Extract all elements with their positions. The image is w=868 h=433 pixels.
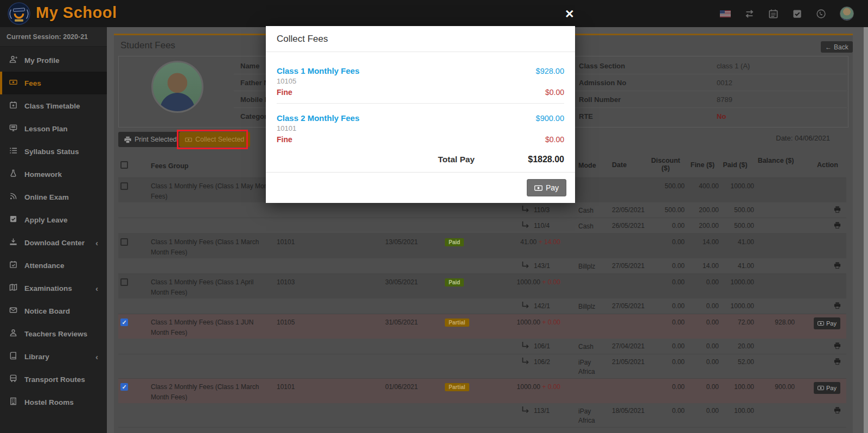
us-flag-icon[interactable]: [720, 10, 731, 17]
back-arrow-icon: ←: [825, 43, 832, 51]
modal-fee-amount: $928.00: [536, 67, 564, 75]
collect-selected-button[interactable]: Collect Selected: [179, 132, 250, 147]
deposit-invoice-id: 142/1: [534, 302, 550, 310]
whatsapp-icon[interactable]: [816, 9, 826, 19]
sidebar-item-hostel-rooms[interactable]: Hostel Rooms: [0, 391, 107, 413]
print-selected-button[interactable]: Print Selected: [118, 132, 183, 147]
info-right-value: No: [717, 112, 726, 120]
modal-close-icon[interactable]: ✕: [565, 8, 575, 20]
row-checkbox[interactable]: ✓: [120, 383, 128, 391]
page-scrollbar[interactable]: [864, 27, 868, 433]
swap-icon[interactable]: [744, 9, 755, 19]
sidebar-item-label: Attendance: [24, 262, 65, 270]
sidebar-item-teachers-reviews[interactable]: Teachers Reviews: [0, 322, 107, 345]
amount-fine-part: + 0.00: [542, 319, 560, 326]
sidebar-item-lesson-plan[interactable]: Lesson Plan: [0, 117, 107, 140]
fee-group-name: Class 1 Monthly Fees (Class 1 April Mont…: [151, 277, 273, 297]
sidebar-item-fees[interactable]: Fees: [0, 72, 107, 94]
sidebar-item-online-exam[interactable]: Online Exam: [0, 186, 107, 208]
modal-pay-button[interactable]: Pay: [527, 179, 566, 196]
deposit-date: 21/05/2021: [612, 358, 644, 366]
sidebar-item-class-timetable[interactable]: Class Timetable: [0, 94, 107, 117]
modal-fee-block: Class 1 Monthly Fees$928.0010105Fine$0.0…: [277, 56, 564, 104]
info-right-label: Admission No: [579, 79, 626, 87]
info-right-label: RTE: [579, 112, 593, 120]
select-all-checkbox[interactable]: [120, 161, 128, 169]
modal-fee-name[interactable]: Class 2 Monthly Fees: [277, 113, 360, 123]
sidebar-item-apply-leave[interactable]: Apply Leave: [0, 208, 107, 231]
sidebar-item-homework[interactable]: Homework: [0, 163, 107, 186]
deposit-sub-row: 106/2iPay Africa21/05/20210.000.0052.00: [118, 354, 846, 379]
deposit-paid: 500.00: [716, 222, 754, 230]
sidebar-item-label: Teachers Reviews: [24, 330, 87, 338]
calendar-check-icon: [9, 260, 17, 270]
print-receipt-icon[interactable]: [833, 302, 841, 310]
book-icon: [9, 352, 17, 361]
row-checkbox[interactable]: [120, 182, 128, 190]
header-fine: Fine ($): [686, 161, 719, 169]
sidebar-item-attendance[interactable]: Attendance: [0, 254, 107, 277]
collect-fees-modal: Collect Fees Class 1 Monthly Fees$928.00…: [266, 26, 575, 203]
fee-code: 10101: [277, 238, 295, 246]
sidebar-item-label: Transport Routes: [24, 375, 85, 384]
fee-paid: 41.00: [716, 238, 754, 246]
modal-total-row: Total Pay$1828.00: [277, 150, 564, 172]
row-checkbox[interactable]: [120, 238, 128, 246]
fee-paid: 1000.00: [716, 278, 754, 286]
amount-fine-part: + 0.00: [542, 383, 560, 391]
modal-fee-code: 10101: [277, 124, 564, 132]
deposit-discount: 0.00: [647, 342, 685, 350]
print-receipt-icon[interactable]: [833, 342, 841, 350]
fee-code: 10105: [277, 319, 295, 326]
topbar-icons: [720, 0, 854, 27]
page-background: [853, 27, 864, 433]
modal-fine-label: Fine: [277, 135, 292, 144]
info-right-value: 8789: [717, 95, 732, 104]
fee-group-name: Class 2 Monthly Fees (Class 1 March Mont…: [151, 382, 273, 402]
deposit-invoice-id: 106/2: [534, 358, 550, 366]
row-checkbox[interactable]: [120, 278, 128, 286]
fee-group-name: Class 1 Monthly Fees (Class 1 March Mont…: [151, 237, 273, 257]
calendar-icon[interactable]: [768, 9, 778, 19]
deposit-fine: 0.00: [686, 358, 719, 366]
sub-arrow-icon: [521, 205, 529, 215]
fee-fine: 0.00: [686, 383, 719, 391]
sidebar-item-examinations[interactable]: Examinations‹: [0, 277, 107, 300]
modal-fee-name[interactable]: Class 1 Monthly Fees: [277, 66, 360, 75]
print-receipt-icon[interactable]: [833, 221, 841, 230]
list-icon: [9, 147, 17, 156]
sidebar-item-transport-routes[interactable]: Transport Routes: [0, 368, 107, 391]
person-icon: [9, 329, 17, 339]
modal-fine-label: Fine: [277, 88, 292, 97]
row-pay-button[interactable]: Pay: [814, 382, 840, 394]
sidebar-item-notice-board[interactable]: Notice Board: [0, 300, 107, 322]
print-receipt-icon[interactable]: [833, 262, 841, 270]
back-button[interactable]: ← Back: [821, 41, 853, 53]
sidebar-item-label: Lesson Plan: [24, 125, 68, 133]
tasks-icon[interactable]: [792, 9, 802, 19]
sidebar-item-syllabus-status[interactable]: Syllabus Status: [0, 140, 107, 163]
sidebar-item-my-profile[interactable]: My Profile: [0, 49, 107, 72]
fee-amount: 1000.00 + 0.00: [465, 319, 560, 326]
fee-fine: 0.00: [686, 319, 719, 326]
modal-fine-amount: $0.00: [545, 88, 564, 97]
sidebar-item-library[interactable]: Library‹: [0, 345, 107, 368]
print-receipt-icon[interactable]: [833, 358, 841, 366]
deposit-invoice-id: 113/1: [534, 407, 550, 415]
print-receipt-icon[interactable]: [833, 206, 841, 214]
sub-arrow-icon: [521, 357, 529, 367]
sidebar-item-label: Download Center: [24, 239, 85, 247]
chevron-left-icon: ‹: [95, 238, 98, 247]
row-pay-button[interactable]: Pay: [814, 317, 840, 329]
print-receipt-icon[interactable]: [833, 406, 841, 415]
sidebar-item-download-center[interactable]: Download Center‹: [0, 231, 107, 254]
avatar[interactable]: [840, 7, 854, 21]
school-logo-icon: [8, 2, 30, 25]
info-right-value: class 1 (A): [717, 62, 750, 70]
modal-fee-amount: $900.00: [536, 114, 564, 123]
fee-paid: 1000.00: [716, 182, 754, 190]
sidebar-item-label: Class Timetable: [24, 102, 80, 110]
row-checkbox[interactable]: ✓: [120, 319, 128, 326]
fee-code: 10101: [277, 383, 295, 391]
back-button-label: Back: [834, 43, 848, 51]
